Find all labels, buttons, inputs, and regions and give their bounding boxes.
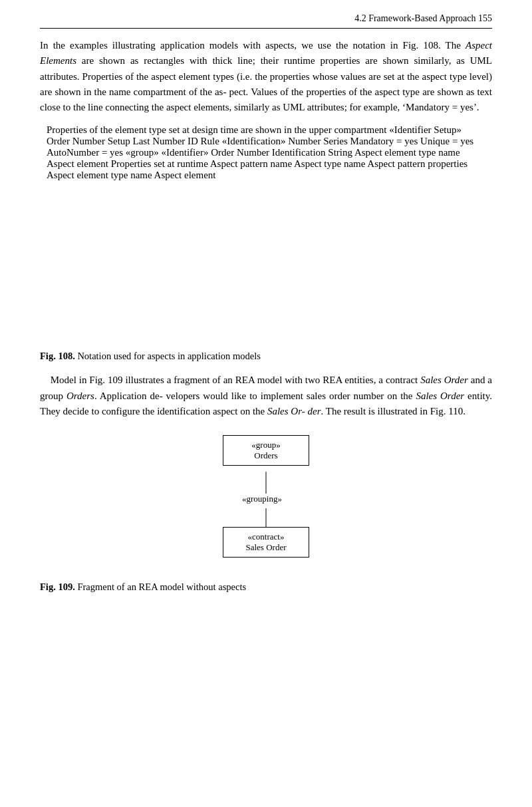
grouping-label: «grouping» xyxy=(239,494,285,504)
fig-108-caption: Fig. 108. Notation used for aspects in a… xyxy=(40,351,492,362)
fig-109-caption: Fig. 109. Fragment of an REA model witho… xyxy=(40,581,492,593)
diagram-108: Properties of the element type set at de… xyxy=(47,124,485,344)
header-text: 4.2 Framework-Based Approach 155 xyxy=(354,13,492,24)
intro-paragraph: In the examples illustrating application… xyxy=(40,38,492,115)
diagram-109: «group» Orders «grouping» «contract» Sal… xyxy=(166,428,366,575)
group-box: «group» Orders xyxy=(223,435,309,466)
body-paragraph: Model in Fig. 109 illustrates a fragment… xyxy=(40,373,492,419)
page-header: 4.2 Framework-Based Approach 155 xyxy=(40,13,492,29)
contract-box: «contract» Sales Order xyxy=(223,527,309,558)
